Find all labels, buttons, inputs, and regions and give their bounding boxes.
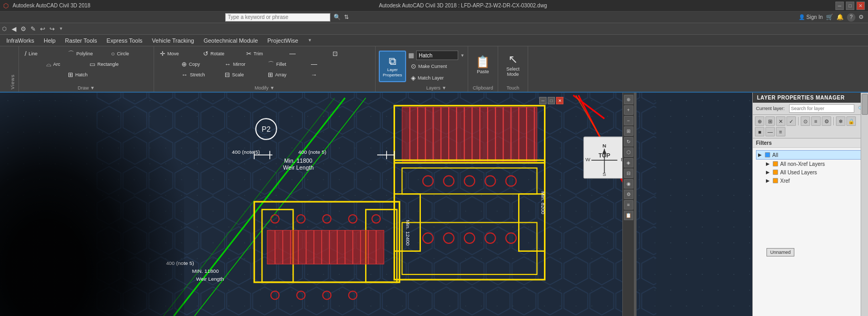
trim-ext-button[interactable]: — xyxy=(287,48,329,59)
break-button[interactable]: ⊡ xyxy=(330,48,372,59)
redo-button[interactable]: ↪ xyxy=(48,25,56,33)
cad-close-btn[interactable]: ✕ xyxy=(556,97,563,104)
lineweight-btn[interactable]: ≡ xyxy=(776,127,785,136)
array-button[interactable]: ⊞ Array xyxy=(265,70,307,80)
menu-overflow[interactable]: ▼ xyxy=(304,37,316,44)
delete-layer-btn[interactable]: ✕ xyxy=(776,116,785,126)
pan-tool-btn[interactable]: ⊕ xyxy=(624,95,633,104)
section-btn[interactable]: ⊟ xyxy=(624,169,633,178)
arc-button[interactable]: ⌓ Arc xyxy=(44,59,86,70)
filter-xref[interactable]: ▶ Xref xyxy=(756,176,865,185)
close-button[interactable]: ✕ xyxy=(856,2,865,10)
quick-access-dropdown[interactable]: ▼ xyxy=(57,26,65,32)
menu-vehicle-tracking[interactable]: Vehicle Tracking xyxy=(148,36,198,45)
linetype-btn[interactable]: — xyxy=(765,127,775,136)
cad-drawing-area[interactable]: P2 400 (note 5) 400 (note 5) Min. 11800 … xyxy=(0,93,752,316)
minimize-button[interactable]: ─ xyxy=(835,2,844,10)
new-layer-btn[interactable]: ⊕ xyxy=(755,116,764,126)
reconcile-btn[interactable]: ⊙ xyxy=(801,116,810,126)
layer-properties-button[interactable]: ⧉ LayerProperties xyxy=(379,51,406,82)
menu-infraworks[interactable]: InfraWorks xyxy=(2,36,38,45)
scale-icon: ⊟ xyxy=(225,72,230,78)
filter-all[interactable]: ▶ All xyxy=(756,150,865,160)
circle-button[interactable]: ○ Circle xyxy=(108,48,150,59)
move-button[interactable]: ✛ Move xyxy=(157,48,199,59)
line-label: Line xyxy=(28,51,37,56)
modify-row2: ⊕ Copy ↔ Mirror ⌒ Fillet — xyxy=(179,59,350,70)
sign-in-label: Sign In xyxy=(806,14,823,20)
copy-button[interactable]: ⊕ Copy xyxy=(179,59,221,70)
cad-minimize-btn[interactable]: ─ xyxy=(539,97,547,104)
layer-panel-scrollbar[interactable] xyxy=(861,93,868,316)
line-button[interactable]: / Line xyxy=(22,48,64,59)
filter-used-layers[interactable]: ▶ All Used Layers xyxy=(756,168,865,176)
freeze-btn[interactable]: ❄ xyxy=(836,116,845,126)
search-for-layer-input[interactable] xyxy=(789,104,854,113)
search-input[interactable] xyxy=(225,13,330,22)
select-mode-button[interactable]: ↖ Select Mode xyxy=(501,48,524,82)
cart-icon: 🛒 xyxy=(826,14,833,21)
hatch-input[interactable] xyxy=(416,51,458,60)
panel-resize-handle[interactable] xyxy=(634,93,637,316)
hatch-row: ▦ ▼ xyxy=(408,51,465,60)
mirror-label: Mirror xyxy=(233,62,246,67)
stretch-button[interactable]: ↔ Stretch xyxy=(179,70,221,80)
undo-button[interactable]: ↩ xyxy=(38,25,47,33)
filter-used-color xyxy=(773,170,778,175)
rotate-icon: ↺ xyxy=(203,51,208,57)
mirror-button[interactable]: ↔ Mirror xyxy=(222,59,264,70)
make-current-button[interactable]: ⊙ Make Current xyxy=(408,61,456,72)
set-current-btn[interactable]: ✓ xyxy=(786,116,796,126)
menu-geotechnical[interactable]: Geotechnical Module xyxy=(199,36,262,45)
zoom-out-btn[interactable]: − xyxy=(624,116,633,125)
hatch-dropdown[interactable]: ▼ xyxy=(460,53,465,58)
orbit-btn[interactable]: ↻ xyxy=(624,137,633,146)
zoom-extent-btn[interactable]: ⊞ xyxy=(624,126,633,136)
restore-button[interactable]: □ xyxy=(846,2,854,10)
rectangle-button[interactable]: ▭ Rectangle xyxy=(87,59,129,70)
hatch-button[interactable]: ⊞ Hatch xyxy=(65,70,107,80)
properties-cad-btn[interactable]: 📋 xyxy=(624,211,633,220)
scale-button[interactable]: ⊟ Scale xyxy=(222,70,264,80)
render-btn[interactable]: ◈ xyxy=(624,158,633,167)
paste-button[interactable]: 📋 Paste xyxy=(471,48,494,82)
filter-non-xref-icon: ▶ xyxy=(764,161,771,167)
make-current-icon: ⊙ xyxy=(411,63,416,70)
layer-filter-tree: ▶ All ▶ All non-Xref Layers ▶ All Used L… xyxy=(753,148,868,316)
scroll-thumb[interactable] xyxy=(862,94,868,115)
notification-icon: 🔔 xyxy=(836,14,844,21)
color-btn[interactable]: ■ xyxy=(755,127,764,136)
zoom-in-btn[interactable]: + xyxy=(624,105,633,115)
svg-text:400 (note 5): 400 (note 5) xyxy=(298,149,326,155)
menu-raster-tools[interactable]: Raster Tools xyxy=(61,36,102,45)
fillet-button[interactable]: ⌒ Fillet xyxy=(265,59,307,70)
rect-label: Rectangle xyxy=(97,62,119,67)
new-button[interactable]: ✎ xyxy=(29,25,37,33)
back-button[interactable]: ◀ xyxy=(10,25,18,33)
match-layer-button[interactable]: ◈ Match Layer xyxy=(408,73,456,83)
settings-cad-btn[interactable]: ⚙ xyxy=(624,190,633,199)
rotate-button[interactable]: ↺ Rotate xyxy=(200,48,243,59)
isolate-btn[interactable]: ◉ xyxy=(624,179,633,189)
new-layer-vp-btn[interactable]: ⊞ xyxy=(765,116,775,126)
lock-btn[interactable]: 🔒 xyxy=(846,116,856,126)
polyline-button[interactable]: ⌒ Polyline xyxy=(65,48,107,59)
layers-cad-btn[interactable]: ≡ xyxy=(624,200,633,210)
layer-settings-btn[interactable]: ⚙ xyxy=(822,116,831,126)
view-cube-btn[interactable]: ⬡ xyxy=(624,147,633,157)
layers-group-label: Layers ▼ xyxy=(408,84,465,91)
rect-icon: ▭ xyxy=(89,61,95,67)
menu-express-tools[interactable]: Express Tools xyxy=(103,36,147,45)
chamfer-button[interactable]: — xyxy=(308,59,350,70)
filter-non-xref[interactable]: ▶ All non-Xref Layers xyxy=(756,160,865,168)
layer-states-btn[interactable]: ≡ xyxy=(811,116,821,126)
cad-restore-btn[interactable]: □ xyxy=(548,97,555,104)
move-icon: ✛ xyxy=(160,51,165,57)
menu-help[interactable]: Help xyxy=(39,36,60,45)
menu-projectwise[interactable]: ProjectWise xyxy=(263,36,302,45)
trim-button[interactable]: ✂ Trim xyxy=(244,48,286,59)
svg-text:TOP: TOP xyxy=(599,152,610,159)
sign-in-button[interactable]: 👤 Sign In xyxy=(799,14,823,20)
settings-qa-button[interactable]: ⚙ xyxy=(19,25,28,33)
array-ext-button[interactable]: → xyxy=(308,70,350,80)
